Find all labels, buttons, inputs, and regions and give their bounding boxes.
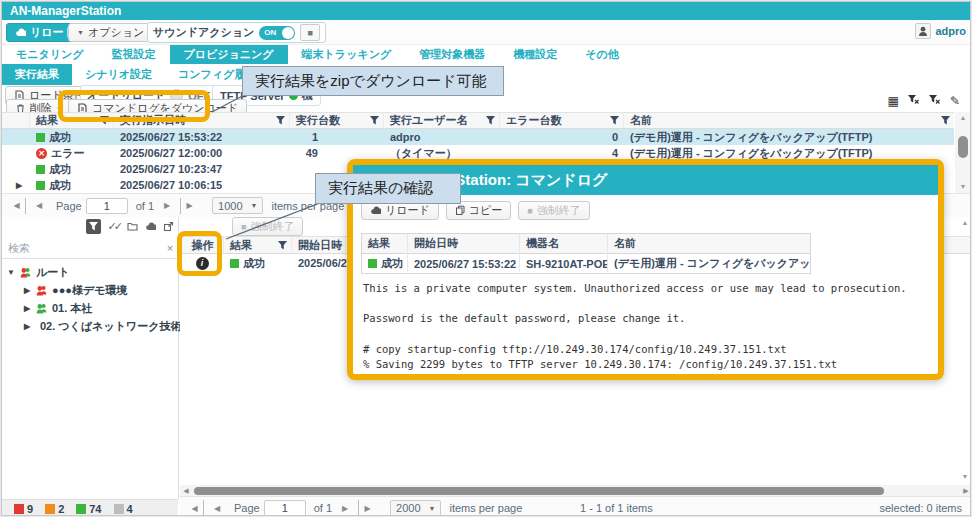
sound-action-label: サウンドアクション <box>153 25 254 40</box>
callout-confirm-result: 実行結果の確認 <box>315 173 461 204</box>
success-icon <box>230 259 239 268</box>
tab-provisioning[interactable]: プロビジョニング <box>170 45 288 64</box>
tree-node-tsukuba[interactable]: ▶ 02. つくばネットワーク技術センタ <box>2 317 179 335</box>
page-label: Page <box>234 502 260 514</box>
filter-icon[interactable] <box>486 116 495 125</box>
tab-managed-devices[interactable]: 管理対象機器 <box>405 45 499 64</box>
col-name: 名前 <box>630 113 652 128</box>
top-toolbar: リロード ▼ オプション サウンドアクション ON ■ adpro <box>2 20 971 45</box>
expand-icon[interactable]: ▶ <box>22 286 32 295</box>
filter-icon[interactable] <box>276 116 285 125</box>
force-quit-button[interactable]: ■ 強制終了 <box>232 217 303 236</box>
expand-icon[interactable]: ▶ <box>22 304 32 313</box>
last-page-icon[interactable]: ▶ <box>358 500 376 516</box>
command-log-output: This is a private computer system. Unaut… <box>363 281 928 370</box>
scroll-up-icon[interactable]: ▲ <box>958 219 971 229</box>
options-button[interactable]: ▼ オプション <box>68 23 153 42</box>
page-label: Page <box>56 200 82 212</box>
expand-icon[interactable]: ▶ <box>22 322 32 331</box>
cloud-icon[interactable] <box>145 222 156 231</box>
tab-exec-results[interactable]: 実行結果 <box>2 64 72 85</box>
search-input[interactable] <box>2 242 161 254</box>
filter-icon[interactable] <box>278 241 287 250</box>
user-menu[interactable]: adpro <box>915 23 966 39</box>
sound-action-toggle[interactable]: ON <box>259 26 295 40</box>
sort-clear-icon[interactable] <box>929 94 941 108</box>
main-nav: モニタリング 監視設定 プロビジョニング 端末トラッキング 管理対象機器 機種設… <box>2 45 971 64</box>
table-row: 成功 2025/06/27 15:53:22 SH-9210AT-POE (デモ… <box>362 254 810 274</box>
col-exec-user: 実行ユーザー名 <box>390 113 468 128</box>
folder-icon[interactable] <box>127 221 138 232</box>
modal-result-table: 結果 開始日時 機器名 名前 成功 2025/06/27 15:53:22 SH… <box>361 233 811 274</box>
status-count-warning: 2 <box>45 503 64 515</box>
page-number-input[interactable] <box>264 500 306 516</box>
filter-icon[interactable] <box>610 116 619 125</box>
filter-icon[interactable] <box>100 116 109 125</box>
page-size-select[interactable]: 2000▼ <box>390 500 441 517</box>
detail-vscrollbar[interactable]: ▲ ▼ <box>958 217 971 485</box>
expand-row-icon[interactable]: ▶ <box>8 181 22 190</box>
filter-icon[interactable] <box>941 116 950 125</box>
caret-down-icon: ▼ <box>429 505 436 512</box>
next-page-icon[interactable]: ▶ <box>158 198 176 214</box>
tab-terminal-tracking[interactable]: 端末トラッキング <box>288 45 406 64</box>
col-name: 名前 <box>608 234 810 254</box>
orange-status-icon <box>45 504 55 514</box>
first-page-icon[interactable]: ◀ <box>8 198 26 214</box>
col-error-count: エラー台数 <box>506 113 562 128</box>
tab-monitoring[interactable]: モニタリング <box>2 45 98 64</box>
app-title: AN-ManagerStation <box>2 2 971 20</box>
first-page-icon[interactable]: ◀ <box>186 500 204 516</box>
modal-force-quit-button[interactable]: ■ 強制終了 <box>518 201 589 220</box>
prev-page-icon[interactable]: ◀ <box>30 198 48 214</box>
filter-icon[interactable] <box>370 116 379 125</box>
tab-model-settings[interactable]: 機種設定 <box>499 45 571 64</box>
tab-watch-settings[interactable]: 監視設定 <box>98 45 170 64</box>
green-status-icon <box>76 504 86 514</box>
table-row[interactable]: 成功 2025/06/27 15:53:22 1 adpro 0 (デモ用)運用… <box>2 129 954 145</box>
scroll-left-icon[interactable]: ◀ <box>180 487 192 495</box>
status-count-ok: 74 <box>76 503 101 515</box>
tree-node-honsha[interactable]: ▶ 01. 本社 <box>2 299 179 317</box>
red-status-icon <box>14 504 24 514</box>
scrollbar-thumb[interactable] <box>194 487 884 495</box>
main-grid-scrollbar[interactable]: ▲ ▼ <box>955 112 971 193</box>
tree-node-demo[interactable]: ▶ ●●●様デモ環境 <box>2 281 179 299</box>
scroll-down-icon[interactable]: ▼ <box>955 181 971 193</box>
caret-down-icon: ▼ <box>56 105 63 112</box>
double-check-icon[interactable]: ✓✓ <box>108 220 120 233</box>
scroll-right-icon[interactable]: ▶ <box>960 487 971 495</box>
export-icon[interactable] <box>163 221 174 232</box>
options-label: オプション <box>88 25 144 40</box>
tree-node-root[interactable]: ▼ .p1{fill:#e0392f}.p2{fill:#3fae49} ルート <box>2 263 179 281</box>
scrollbar-thumb[interactable] <box>958 136 968 158</box>
results-grid-header: 結果 実行指示日時 実行台数 実行ユーザー名 エラー台数 名前 <box>2 112 954 129</box>
tab-others[interactable]: その他 <box>571 45 633 64</box>
tree-toolbar: ✓✓ <box>86 219 174 234</box>
sound-stop-button[interactable]: ■ <box>300 24 320 41</box>
collapse-icon[interactable]: ▼ <box>6 268 16 277</box>
filter-toggle-icon[interactable] <box>86 219 101 234</box>
error-icon: ✕ <box>36 148 47 159</box>
caret-down-icon: ▼ <box>251 202 258 209</box>
pager-info: 1 - 1 of 1 items <box>580 502 653 514</box>
edit-layout-icon[interactable]: ✎ <box>950 94 960 108</box>
next-page-icon[interactable]: ▶ <box>336 500 354 516</box>
prev-page-icon[interactable]: ◀ <box>208 500 226 516</box>
page-size-select[interactable]: 1000▼ <box>212 197 263 214</box>
col-device-name: 機器名 <box>520 234 608 254</box>
clear-search-icon[interactable]: × <box>161 242 179 254</box>
tab-scenario-settings[interactable]: シナリオ設定 <box>72 64 165 85</box>
modal-table-header: 結果 開始日時 機器名 名前 <box>362 234 810 254</box>
info-icon[interactable]: i <box>196 257 209 270</box>
last-page-icon[interactable]: ▶ <box>180 198 198 214</box>
success-icon <box>36 133 45 142</box>
page-number-input[interactable] <box>86 198 128 214</box>
scroll-up-icon[interactable]: ▲ <box>955 112 971 124</box>
columns-icon[interactable]: ▦ <box>888 94 899 108</box>
status-count-unknown: 4 <box>114 503 133 515</box>
filter-clear-icon[interactable] <box>908 94 920 108</box>
cloud-reload-icon <box>370 206 381 216</box>
group-icon: .p1{fill:#e0392f}.p2{fill:#3fae49} <box>20 267 32 278</box>
scroll-down-icon[interactable]: ▼ <box>958 473 971 483</box>
